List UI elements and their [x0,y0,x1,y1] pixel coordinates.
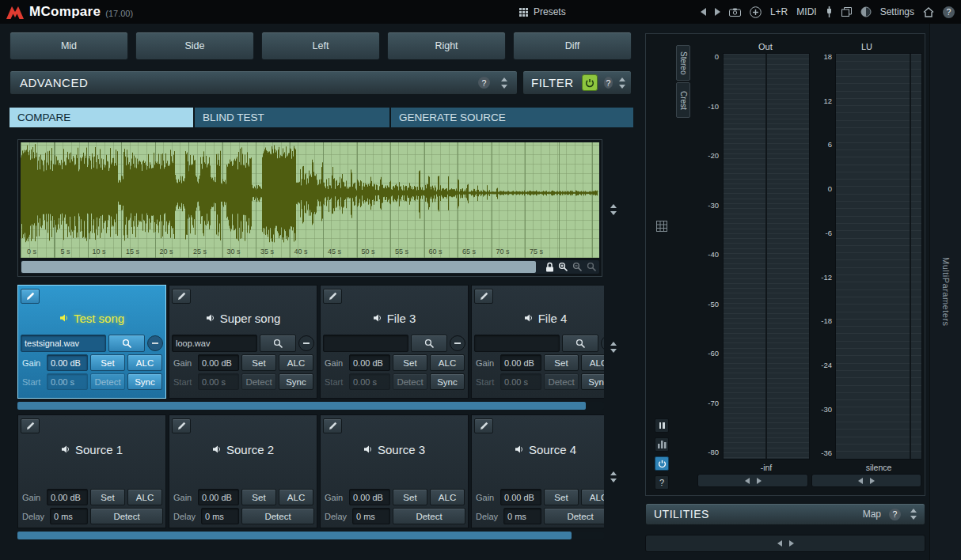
source-slots-resize-arrows[interactable] [609,471,618,482]
remove-file-button[interactable] [147,335,163,351]
gain-value[interactable]: 0.00 dB [198,354,239,371]
set-button[interactable]: Set [241,489,276,505]
zoom-in-icon[interactable] [558,262,568,272]
alc-button[interactable]: ALC [279,354,313,371]
alc-button[interactable]: ALC [430,354,465,371]
detect-button[interactable]: Detect [90,508,163,524]
detect-button[interactable]: Detect [90,373,125,390]
source-slot-4[interactable]: Source 4 Gain 0.00 dB Set ALC Delay 0 ms… [471,414,604,528]
filename-field[interactable] [323,335,408,352]
previous-preset-arrow[interactable] [701,8,706,16]
browse-file-button[interactable] [260,335,296,352]
right-bottom-scrollbar[interactable] [645,535,925,552]
alc-button[interactable]: ALC [279,489,313,505]
utilities-collapse-arrows[interactable] [909,509,918,520]
zoom-fit-icon[interactable] [587,262,597,272]
file-slots-scrollbar[interactable] [17,402,604,410]
presets-button[interactable]: Presets [519,0,566,24]
plug-icon[interactable] [826,6,833,17]
multiparameters-panel-toggle[interactable]: MultiParameters [929,24,961,560]
advanced-collapse-arrows[interactable] [499,78,509,89]
detect-button[interactable]: Detect [393,508,465,524]
out-meter[interactable] [723,53,810,460]
file-slot-2[interactable]: Super song loop.wav Gain 0.00 dB Set ALC… [169,285,317,399]
start-value[interactable]: 0.00 s [349,373,390,390]
detect-button[interactable]: Detect [241,508,314,524]
next-preset-arrow[interactable] [715,8,720,16]
remove-file-button[interactable] [298,335,314,351]
midi-button[interactable]: MIDI [796,6,816,17]
alc-button[interactable]: ALC [581,354,604,371]
delay-value[interactable]: 0 ms [201,508,239,524]
start-value[interactable]: 0.00 s [198,373,239,390]
channel-button-left[interactable]: Left [261,32,380,60]
meter-power-button[interactable] [655,456,669,471]
scroll-thumb[interactable] [17,532,572,539]
filter-panel-header[interactable]: FILTER ? [522,70,632,95]
meter-mode-button[interactable] [655,437,669,452]
browse-file-button[interactable] [108,335,145,352]
file-slot-3[interactable]: File 3 Gain 0.00 dB Set ALC Start 0.00 s… [320,285,469,399]
set-button[interactable]: Set [544,489,579,505]
file-slot-1[interactable]: Test song testsignal.wav Gain 0.00 dB Se… [17,285,166,399]
waveform-scrollbar[interactable] [21,260,599,274]
waveform-display[interactable]: 0 s5 s10 s15 s20 s25 s30 s35 s40 s45 s50… [21,142,599,258]
set-button[interactable]: Set [90,489,125,505]
set-button[interactable]: Set [241,354,276,371]
gain-value[interactable]: 0.00 dB [198,489,239,505]
edit-button[interactable] [323,418,342,433]
detect-button[interactable]: Detect [544,373,579,390]
filename-field[interactable]: loop.wav [172,335,257,352]
zoom-out-icon[interactable] [572,262,583,272]
sync-button[interactable]: Sync [430,373,465,390]
alc-button[interactable]: ALC [127,354,162,371]
help-button[interactable]: ? [943,6,955,18]
sync-button[interactable]: Sync [581,373,604,390]
theme-icon[interactable] [860,6,872,17]
tab-compare[interactable]: COMPARE [9,108,195,127]
meter-pause-button[interactable] [655,418,669,433]
alc-button[interactable]: ALC [581,489,604,505]
channel-button-side[interactable]: Side [135,32,254,60]
channel-button-mid[interactable]: Mid [9,32,128,60]
scroll-thumb[interactable] [17,402,586,410]
source-slot-1[interactable]: Source 1 Gain 0.00 dB Set ALC Delay 0 ms… [17,414,166,528]
channel-button-right[interactable]: Right [387,32,506,60]
file-slots-resize-arrows[interactable] [609,342,618,353]
remove-file-button[interactable] [450,335,465,351]
start-value[interactable]: 0.00 s [500,373,541,390]
waveform-scroll-thumb[interactable] [21,261,536,273]
tab-crest[interactable]: Crest [676,82,690,118]
home-icon[interactable] [923,7,934,17]
gain-value[interactable]: 0.00 dB [47,354,88,371]
screenshot-icon[interactable] [729,8,741,17]
waveform-resize-arrows[interactable] [609,204,618,215]
gain-value[interactable]: 0.00 dB [500,489,541,505]
remove-file-button[interactable] [601,335,604,351]
gain-value[interactable]: 0.00 dB [349,354,390,371]
out-meter-range-scrollbar[interactable] [697,474,808,487]
lu-meter[interactable] [835,53,922,460]
lu-meter-range-scrollbar[interactable] [811,474,921,487]
delay-value[interactable]: 0 ms [50,508,88,524]
detect-button[interactable]: Detect [241,373,276,390]
set-button[interactable]: Set [393,354,427,371]
edit-button[interactable] [21,289,40,304]
alc-button[interactable]: ALC [430,489,465,505]
source-slot-2[interactable]: Source 2 Gain 0.00 dB Set ALC Delay 0 ms… [169,414,317,528]
melda-logo-icon[interactable] [6,5,24,19]
tab-blind-test[interactable]: BLIND TEST [195,108,391,127]
lock-icon[interactable] [545,262,554,272]
start-value[interactable]: 0.00 s [47,373,88,390]
add-icon[interactable] [750,6,762,18]
utilities-panel-header[interactable]: UTILITIES Map ? [645,503,925,525]
map-button[interactable]: Map [863,509,881,520]
edit-button[interactable] [172,289,191,304]
channel-button-diff[interactable]: Diff [513,32,632,60]
browse-file-button[interactable] [562,335,598,352]
filter-power-toggle[interactable] [582,74,598,91]
detect-button[interactable]: Detect [544,508,604,524]
meter-help-button[interactable]: ? [655,475,669,490]
browse-file-button[interactable] [411,335,447,352]
filter-collapse-arrows[interactable] [619,78,626,89]
